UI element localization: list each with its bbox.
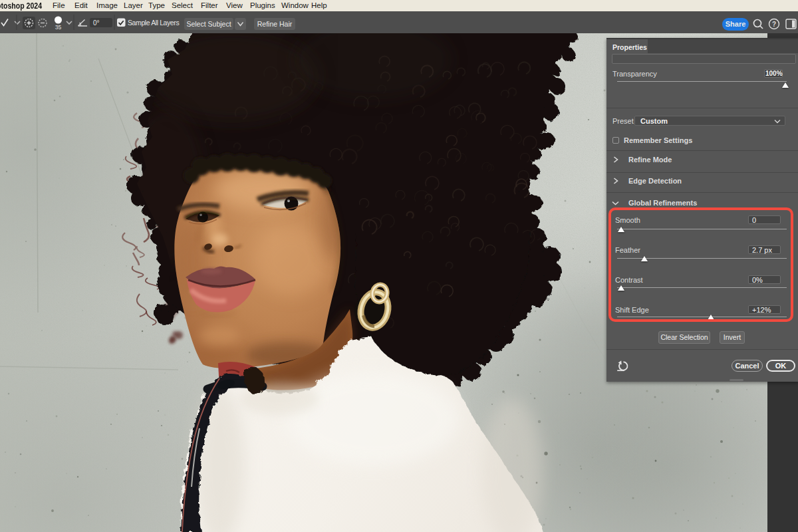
- svg-text:35: 35: [55, 24, 62, 31]
- svg-text:?: ?: [772, 21, 776, 28]
- svg-text:0°: 0°: [93, 19, 100, 27]
